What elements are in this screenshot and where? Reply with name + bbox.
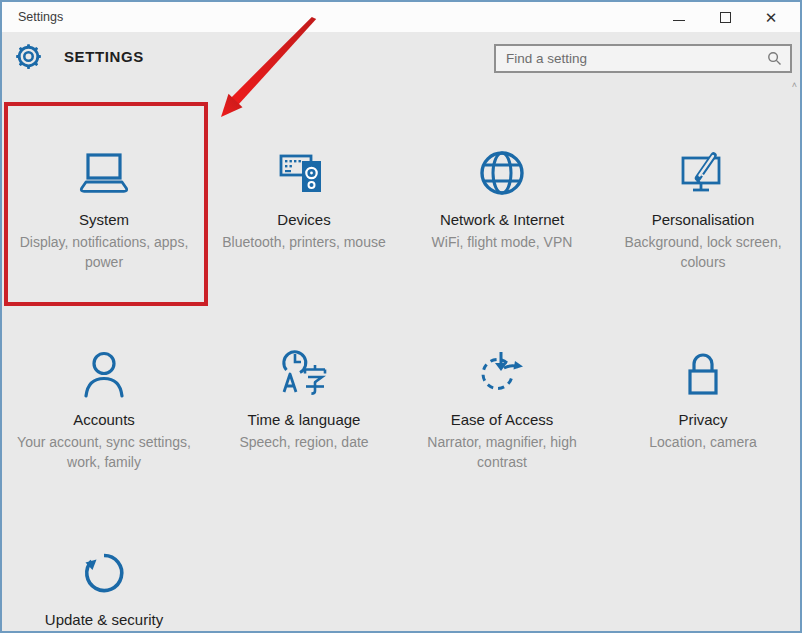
tile-subtitle: Speech, region, date	[213, 432, 395, 452]
tile-title: Privacy	[678, 411, 727, 428]
clock-language-icon	[278, 327, 330, 398]
tile-devices[interactable]: Devices Bluetooth, printers, mouse	[209, 127, 399, 312]
close-icon: ✕	[765, 10, 778, 25]
tile-subtitle: Background, lock screen, colours	[612, 232, 794, 272]
tile-subtitle: Your account, sync settings, work, famil…	[13, 432, 195, 472]
tile-subtitle: WiFi, flight mode, VPN	[411, 232, 593, 252]
close-button[interactable]: ✕	[748, 2, 794, 32]
tile-title: Devices	[277, 211, 330, 228]
tile-title: System	[79, 211, 129, 228]
tile-title: Time & language	[248, 411, 361, 428]
magnifier-icon	[767, 51, 782, 66]
search-input[interactable]	[496, 51, 767, 66]
tile-network[interactable]: Network & Internet WiFi, flight mode, VP…	[407, 127, 597, 312]
tile-subtitle: Narrator, magnifier, high contrast	[411, 432, 593, 472]
titlebar: Settings ✕	[2, 2, 800, 32]
tile-accounts[interactable]: Accounts Your account, sync settings, wo…	[9, 327, 199, 512]
gear-icon	[15, 43, 42, 70]
monitor-pen-icon	[677, 127, 729, 198]
page-title: SETTINGS	[64, 48, 144, 65]
tile-privacy[interactable]: Privacy Location, camera	[608, 327, 798, 512]
tile-subtitle: Display, notifications, apps, power	[13, 232, 195, 272]
header: SETTINGS	[2, 32, 800, 82]
minimize-icon	[673, 20, 685, 21]
ease-of-access-icon	[476, 327, 528, 398]
tile-title: Accounts	[73, 411, 135, 428]
lock-icon	[679, 327, 727, 398]
refresh-icon	[79, 527, 129, 598]
tile-title: Update & security	[45, 611, 163, 628]
globe-icon	[477, 127, 527, 198]
tile-time-language[interactable]: Time & language Speech, region, date	[209, 327, 399, 512]
search-box[interactable]	[494, 44, 792, 73]
maximize-icon	[720, 12, 731, 23]
settings-window: Settings ✕	[0, 0, 802, 633]
tile-update-security[interactable]: Update & security Windows Update	[9, 527, 199, 633]
tile-subtitle: Location, camera	[612, 432, 794, 452]
maximize-button[interactable]	[702, 2, 748, 32]
window-title: Settings	[18, 10, 63, 24]
laptop-icon	[78, 127, 130, 198]
tile-ease-of-access[interactable]: Ease of Access Narrator, magnifier, high…	[407, 327, 597, 512]
person-icon	[79, 327, 129, 398]
tile-title: Network & Internet	[440, 211, 564, 228]
tile-title: Personalisation	[652, 211, 755, 228]
scrollbar-up-icon[interactable]: ˄	[792, 80, 797, 90]
keyboard-speaker-icon	[278, 127, 330, 198]
tile-title: Ease of Access	[451, 411, 554, 428]
tile-system[interactable]: System Display, notifications, apps, pow…	[9, 127, 199, 312]
minimize-button[interactable]	[656, 2, 702, 32]
tile-subtitle: Bluetooth, printers, mouse	[213, 232, 395, 252]
tile-personalisation[interactable]: Personalisation Background, lock screen,…	[608, 127, 798, 312]
